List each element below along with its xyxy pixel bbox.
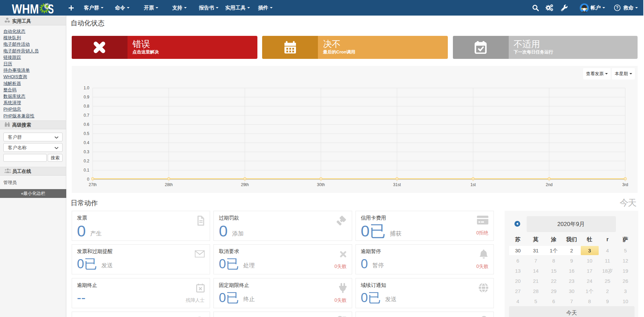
svg-text:S: S (48, 2, 54, 15)
svg-text:0.6: 0.6 (84, 122, 89, 127)
svg-text:27th: 27th (89, 182, 96, 187)
svg-text:31st: 31st (393, 182, 401, 187)
svg-text:0.4: 0.4 (84, 140, 89, 145)
svg-text:?: ? (616, 5, 618, 10)
svg-text:0.3: 0.3 (84, 150, 89, 154)
svg-text:0.2: 0.2 (84, 159, 89, 163)
svg-text:0.8: 0.8 (84, 104, 89, 109)
svg-text:0.1: 0.1 (84, 168, 89, 173)
svg-text:29th: 29th (241, 182, 249, 187)
svg-text:1st: 1st (470, 182, 476, 187)
svg-text:0: 0 (87, 177, 89, 182)
svg-text:0.5: 0.5 (84, 131, 89, 136)
svg-text:1.0: 1.0 (84, 86, 89, 90)
svg-text:0.9: 0.9 (84, 95, 89, 99)
svg-text:30th: 30th (317, 182, 325, 187)
svg-text:28th: 28th (165, 182, 172, 187)
svg-text:WHM: WHM (12, 2, 39, 15)
svg-text:3rd: 3rd (622, 182, 628, 187)
svg-text:2nd: 2nd (546, 182, 552, 187)
svg-text:0.7: 0.7 (84, 113, 89, 118)
